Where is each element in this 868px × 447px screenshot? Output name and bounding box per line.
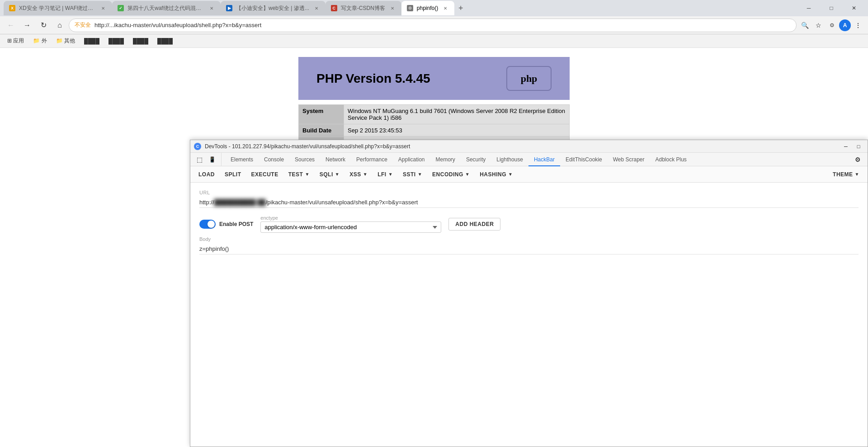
ssti-arrow-icon: ▼: [418, 172, 422, 177]
hackbar-ssti-btn[interactable]: SSTI▼: [398, 169, 427, 179]
hackbar-sqli-btn[interactable]: SQLI▼: [315, 169, 344, 179]
bookmark-4[interactable]: ████: [154, 37, 176, 45]
devtools-maximize[interactable]: □: [853, 141, 864, 151]
hackbar-load-btn[interactable]: LOAD: [194, 169, 219, 179]
tab-waf[interactable]: ✓ 第四十八天waf绕过之代码混淆... ✕: [112, 1, 221, 15]
menu-icon[interactable]: ⋮: [852, 19, 864, 32]
phpinfo-version: PHP Version 5.4.45: [316, 71, 430, 86]
tab1-close[interactable]: ✕: [99, 5, 107, 12]
hackbar-hashing-btn[interactable]: HASHING▼: [475, 169, 517, 179]
tab-xiaodi[interactable]: ▶ 【小迪安全】web安全 | 渗透... ✕: [221, 1, 326, 15]
tab-adblockplus[interactable]: Adblock Plus: [650, 154, 692, 166]
nav-bar: ← → ↻ ⌂ 不安全 http://...ikachu-master/vul/…: [0, 16, 868, 34]
hackbar-execute-btn[interactable]: EXECUTE: [247, 169, 283, 179]
php-logo-text: php: [521, 73, 538, 85]
devtools-settings-icon[interactable]: ⚙: [851, 153, 864, 166]
enable-post-toggle[interactable]: [199, 220, 216, 229]
hackbar-split-btn[interactable]: SPLIT: [220, 169, 246, 179]
device-toolbar-icon[interactable]: 📱: [207, 154, 217, 165]
bookmark-2[interactable]: ████: [105, 37, 127, 45]
tab-editthiscookie[interactable]: EditThisCookie: [560, 154, 608, 166]
enctype-select[interactable]: application/x-www-form-urlencoded multip…: [260, 221, 441, 233]
tab5-close[interactable]: ✕: [442, 5, 449, 12]
back-button[interactable]: ←: [4, 18, 18, 33]
reload-button[interactable]: ↻: [36, 18, 51, 33]
hashing-arrow-icon: ▼: [508, 172, 513, 177]
table-row: Build DateSep 2 2015 23:45:53: [299, 124, 570, 137]
url-suffix: /pikachu-master/vul/unsafeupload/shell.p…: [266, 199, 418, 206]
tab-hackbar[interactable]: HackBar: [528, 154, 560, 166]
body-label: Body: [199, 236, 859, 242]
extension1-icon[interactable]: ⚙: [826, 19, 838, 32]
tab1-favicon: X: [9, 5, 15, 11]
bookmark-other[interactable]: 📁 其他: [52, 36, 79, 46]
hackbar-toolbar: LOAD SPLIT EXECUTE TEST▼ SQLI▼ XSS▼ LFI▼…: [190, 166, 868, 183]
encoding-arrow-icon: ▼: [465, 172, 470, 177]
theme-arrow-icon: ▼: [855, 172, 859, 177]
bookmark-outer[interactable]: 📁 外: [29, 36, 50, 46]
tab-memory[interactable]: Memory: [430, 154, 461, 166]
table-cell-value: Sep 2 2015 23:45:53: [344, 124, 570, 137]
bookmark-icon[interactable]: ☆: [812, 19, 825, 32]
hackbar-theme-btn[interactable]: THEME▼: [828, 169, 864, 179]
new-tab-button[interactable]: +: [454, 2, 467, 14]
tab-security[interactable]: Security: [461, 154, 491, 166]
forward-button[interactable]: →: [20, 18, 34, 33]
table-cell-value: Windows NT MuGuang 6.1 build 7601 (Windo…: [344, 105, 570, 124]
body-field-container: Body z=phpinfo(): [199, 236, 859, 254]
url-field-container: URL http://██████████ ██/pikachu-master/…: [199, 190, 859, 208]
address-bar[interactable]: 不安全 http://...ikachu-master/vul/unsafeup…: [69, 19, 797, 32]
xss-arrow-icon: ▼: [363, 172, 368, 177]
bookmark-3[interactable]: ████: [129, 37, 152, 45]
enctype-container: enctype application/x-www-form-urlencode…: [260, 215, 441, 233]
tab-console[interactable]: Console: [259, 154, 289, 166]
toolbar-divider: [221, 153, 222, 166]
body-value[interactable]: z=phpinfo(): [199, 244, 859, 254]
element-picker-icon[interactable]: ⬚: [194, 154, 205, 165]
add-header-button[interactable]: ADD HEADER: [448, 218, 500, 231]
devtools-chrome-icon: C: [194, 143, 201, 150]
url-prefix: http://: [199, 199, 214, 206]
php-logo: php: [506, 66, 552, 91]
bookmark-other-label: 📁 其他: [56, 37, 75, 45]
tab-lighthouse[interactable]: Lighthouse: [491, 154, 528, 166]
hackbar-xss-btn[interactable]: XSS▼: [345, 169, 372, 179]
table-row: SystemWindows NT MuGuang 6.1 build 7601 …: [299, 105, 570, 124]
tab-webscraper[interactable]: Web Scraper: [608, 154, 650, 166]
test-arrow-icon: ▼: [305, 172, 309, 177]
security-label: 不安全: [75, 21, 91, 29]
tab-phpinfo[interactable]: ⚙ phpinfo() ✕: [401, 1, 454, 15]
search-icon[interactable]: 🔍: [798, 19, 811, 32]
tab-xd[interactable]: X XD安全 学习笔记 | WAF绕过技... ✕: [4, 1, 112, 15]
tab-elements[interactable]: Elements: [225, 154, 259, 166]
bookmark-apps[interactable]: ⊞ 应用: [4, 36, 28, 46]
tab-sources[interactable]: Sources: [289, 154, 320, 166]
tab3-favicon: ▶: [226, 5, 232, 11]
tab5-title: phpinfo(): [417, 5, 438, 11]
bookmarks-bar: ⊞ 应用 📁 外 📁 其他 ████ ████ ████ ████: [0, 34, 868, 48]
profile-icon[interactable]: A: [839, 19, 851, 31]
url-label: URL: [199, 190, 859, 195]
tab2-close[interactable]: ✕: [208, 5, 215, 12]
url-display: http://...ikachu-master/vul/unsafeupload…: [94, 22, 791, 28]
tab2-favicon: ✓: [118, 5, 124, 11]
tab-network[interactable]: Network: [320, 154, 351, 166]
devtools-titlebar: C DevTools - 101.201.227.94/pikachu-mast…: [190, 140, 868, 153]
bookmark-1[interactable]: ████: [80, 37, 103, 45]
close-button[interactable]: ✕: [844, 1, 864, 15]
devtools-minimize[interactable]: ─: [840, 141, 851, 151]
tab3-close[interactable]: ✕: [313, 5, 320, 12]
toggle-thumb: [208, 221, 215, 228]
tab4-close[interactable]: ✕: [389, 5, 396, 12]
hackbar-lfi-btn[interactable]: LFI▼: [373, 169, 397, 179]
home-button[interactable]: ⌂: [52, 18, 67, 33]
tab-csdn[interactable]: C 写文章-CSDN博客 ✕: [326, 1, 401, 15]
minimize-button[interactable]: ─: [798, 1, 819, 15]
url-value[interactable]: http://██████████ ██/pikachu-master/vul/…: [199, 197, 859, 208]
tab-application[interactable]: Application: [393, 154, 430, 166]
hackbar-encoding-btn[interactable]: ENCODING▼: [428, 169, 474, 179]
tab-performance[interactable]: Performance: [351, 154, 393, 166]
browser-window: X XD安全 学习笔记 | WAF绕过技... ✕ ✓ 第四十八天waf绕过之代…: [0, 0, 868, 447]
maximize-button[interactable]: □: [821, 1, 842, 15]
hackbar-test-btn[interactable]: TEST▼: [284, 169, 314, 179]
